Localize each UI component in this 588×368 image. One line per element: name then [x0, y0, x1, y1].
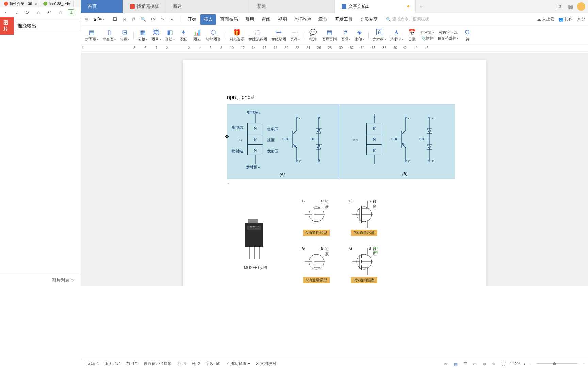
transistor-diagram[interactable]: ✥ 集电极 c 集电结 N P N 集电区 基区 发射区 发射结 b	[227, 104, 455, 179]
zoom-out-button[interactable]: −	[529, 362, 531, 366]
ribbon-insert[interactable]: 插入	[200, 14, 216, 25]
qat-dropdown[interactable]: ▾	[169, 16, 175, 22]
header-footer-button[interactable]: ▤页眉页脚	[320, 27, 339, 44]
home-icon[interactable]: ⌂	[35, 9, 42, 15]
zoom-fit-icon[interactable]: ⛶	[500, 361, 506, 367]
ribbon-start[interactable]: 开始	[184, 14, 200, 25]
object-button[interactable]: ⬚ 对象▾📎 附件	[419, 27, 436, 44]
tab-new-2[interactable]: 新建	[250, 0, 335, 13]
read-mode-icon[interactable]: ▭	[472, 361, 478, 367]
collab-label: 协作	[565, 16, 573, 22]
draft-icon[interactable]: ✎	[491, 361, 497, 367]
mindmap-button[interactable]: ⊶在线脑图	[269, 27, 288, 44]
cloud-label: 未上云	[542, 16, 554, 22]
star-icon[interactable]: ☆	[57, 9, 63, 15]
zoom-thumb[interactable]	[553, 362, 556, 365]
table-icon: ▦	[139, 29, 146, 36]
tab-doc-1[interactable]: 文字文稿1	[335, 0, 416, 13]
zoom-slider[interactable]	[537, 363, 577, 364]
tab-home[interactable]: 首页	[81, 0, 123, 13]
textbox-button[interactable]: 🄰文本框▾	[371, 27, 388, 44]
focus-mode-icon[interactable]: 👁	[443, 361, 449, 367]
collab-button[interactable]: 👥 协作	[558, 16, 573, 22]
new-tab-button[interactable]: +	[416, 0, 426, 13]
pagenum-icon: #	[342, 29, 349, 36]
watermark-icon: ◈	[356, 29, 363, 36]
more-button[interactable]: ⋯更多▾	[288, 27, 302, 44]
status-page[interactable]: 页码: 1	[84, 361, 102, 367]
tab-home-label: 首页	[88, 3, 97, 10]
chart-button[interactable]: 📊图表	[190, 27, 204, 44]
date-button[interactable]: 📅日期	[405, 27, 419, 44]
firstchar-button[interactable]: Aͣ 首字下沉▤ 文档部件▾	[436, 27, 460, 44]
ribbon-axglyph[interactable]: AxGlyph	[291, 14, 314, 25]
print-layout-icon[interactable]: ▤	[453, 361, 459, 367]
status-row[interactable]: 行: 4	[175, 361, 189, 367]
ribbon-review[interactable]: 审阅	[258, 14, 274, 25]
refresh-icon[interactable]: ⟳	[24, 9, 31, 15]
save-icon[interactable]: 🖫	[112, 16, 118, 22]
save-as-icon[interactable]: ⎘	[121, 16, 127, 22]
doc-check-button[interactable]: ✕ 文档校对	[253, 361, 279, 367]
redo-button[interactable]: ↷	[159, 16, 165, 22]
icon-button[interactable]: ✦图标	[177, 27, 190, 44]
ribbon-ref[interactable]: 引用	[242, 14, 258, 25]
status-col[interactable]: 列: 2	[189, 361, 203, 367]
command-search[interactable]: 🔍 查找命令、搜索模板	[382, 16, 536, 22]
cert-icon[interactable]: 证	[68, 9, 74, 15]
mosfet-n-enhancement: DGS衬底 N沟道增强型	[294, 246, 339, 283]
image-list-toggle[interactable]: 图片列表 ⟳	[0, 274, 81, 286]
file-menu[interactable]: 文件▾	[90, 15, 108, 24]
share-button[interactable]: ↗ 分	[577, 16, 585, 22]
status-setting[interactable]: 设置值: 7.1厘米	[141, 361, 175, 367]
browser-tab-2[interactable]: hao123_上网	[40, 1, 74, 7]
blank-page-button[interactable]: ▯空白页▾	[100, 27, 118, 44]
image-search-input[interactable]	[15, 21, 79, 31]
spell-check-button[interactable]: ✓ 拼写检查 ▾	[223, 361, 253, 367]
status-section[interactable]: 节: 1/1	[124, 361, 141, 367]
status-pages[interactable]: 页面: 1/4	[102, 361, 123, 367]
tab-new-1[interactable]: 新建	[166, 0, 250, 13]
mosfet-diagram[interactable]: 47N60C3 MOSFET实物 DGS衬底 N沟道耗尽型 DGS衬底 P沟道耗…	[227, 199, 442, 283]
cloud-sync-button[interactable]: ☁ 未上云	[537, 16, 554, 22]
picture-button[interactable]: 🖼图片▾	[149, 27, 163, 44]
forward-icon[interactable]: ›	[14, 9, 20, 15]
status-words[interactable]: 字数: 59	[203, 361, 223, 367]
page-break-button[interactable]: ⊟分页▾	[118, 27, 131, 44]
cover-page-button[interactable]: ▤封面页▾	[83, 27, 100, 44]
horizontal-ruler[interactable]: L 86422468101214161820222426283032343638…	[81, 45, 588, 52]
flowchart-button[interactable]: ⬚在线流程图	[246, 27, 269, 44]
web-layout-icon[interactable]: ⊕	[481, 361, 487, 367]
preview-icon[interactable]: 🔍	[140, 16, 146, 22]
smartart-button[interactable]: ⬡智能图形	[204, 27, 223, 44]
zoom-in-button[interactable]: +	[583, 362, 585, 366]
symbol-button[interactable]: Ω符	[460, 27, 474, 44]
page-number-button[interactable]: #页码▾	[339, 27, 353, 44]
undo-icon[interactable]: ↶	[46, 9, 52, 15]
print-icon[interactable]: ⎙	[131, 16, 137, 22]
document-canvas[interactable]: npn、pnp↲ ✥ 集电极 c 集电结 N P N 集电区 基区 发射区	[81, 53, 588, 286]
doc-heading[interactable]: npn、pnp↲	[227, 94, 442, 101]
back-icon[interactable]: ‹	[3, 9, 9, 15]
table-button[interactable]: ▦表格▾	[136, 27, 149, 44]
ribbon-dev[interactable]: 开发工具	[331, 14, 356, 25]
hamburger-icon[interactable]: ≡	[84, 16, 89, 22]
apps-grid-icon[interactable]: ▦	[567, 3, 574, 10]
window-count-badge[interactable]: 3	[557, 3, 564, 10]
watermark-button[interactable]: ◈水印▾	[353, 27, 366, 44]
resource-button[interactable]: 🎁稻壳资源	[227, 27, 246, 44]
tab-templates[interactable]: 找稻壳模板	[123, 0, 166, 13]
ribbon-view[interactable]: 视图	[275, 14, 290, 25]
close-icon[interactable]: ✕	[35, 2, 37, 6]
zoom-level[interactable]: 112%	[510, 362, 520, 366]
ribbon-member[interactable]: 会员专享	[357, 14, 381, 25]
outline-icon[interactable]: ☰	[462, 361, 468, 367]
comment-button[interactable]: 💬批注	[306, 27, 320, 44]
undo-button[interactable]: ↶▾	[150, 16, 156, 22]
browser-tab-1[interactable]: 特性介绍 - 36✕	[1, 1, 40, 7]
shape-button[interactable]: ◧形状▾	[163, 27, 177, 44]
wordart-button[interactable]: 𝐀艺术字▾	[388, 27, 405, 44]
user-avatar[interactable]	[577, 2, 585, 11]
ribbon-chapter[interactable]: 章节	[315, 14, 331, 25]
ribbon-layout[interactable]: 页面布局	[217, 14, 241, 25]
